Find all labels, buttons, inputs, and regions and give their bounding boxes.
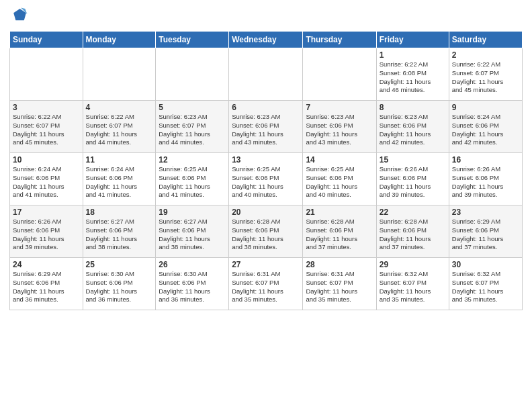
weekday-header-tuesday: Tuesday	[156, 32, 229, 48]
calendar-day-empty-3	[229, 48, 303, 101]
weekday-header-thursday: Thursday	[303, 32, 376, 48]
calendar-day-15: 15Sunrise: 6:26 AM Sunset: 6:06 PM Dayli…	[376, 153, 449, 205]
day-number: 21	[306, 208, 373, 217]
day-info: Sunrise: 6:22 AM Sunset: 6:07 PM Dayligh…	[13, 113, 80, 147]
calendar-day-empty-2	[156, 48, 229, 101]
day-number: 8	[380, 103, 446, 112]
calendar-day-empty-4	[303, 48, 376, 101]
day-info: Sunrise: 6:28 AM Sunset: 6:06 PM Dayligh…	[380, 218, 446, 252]
day-info: Sunrise: 6:27 AM Sunset: 6:06 PM Dayligh…	[159, 218, 226, 252]
day-number: 12	[159, 155, 226, 165]
calendar-day-25: 25Sunrise: 6:30 AM Sunset: 6:06 PM Dayli…	[83, 258, 156, 310]
calendar-day-17: 17Sunrise: 6:26 AM Sunset: 6:06 PM Dayli…	[10, 205, 83, 258]
calendar-week-1: 1Sunrise: 6:22 AM Sunset: 6:08 PM Daylig…	[10, 48, 523, 101]
calendar-day-8: 8Sunrise: 6:23 AM Sunset: 6:06 PM Daylig…	[376, 101, 449, 153]
day-info: Sunrise: 6:31 AM Sunset: 6:07 PM Dayligh…	[306, 270, 373, 304]
day-info: Sunrise: 6:22 AM Sunset: 6:07 PM Dayligh…	[86, 113, 153, 147]
calendar-day-5: 5Sunrise: 6:23 AM Sunset: 6:07 PM Daylig…	[156, 101, 229, 153]
calendar-day-4: 4Sunrise: 6:22 AM Sunset: 6:07 PM Daylig…	[83, 101, 156, 153]
day-info: Sunrise: 6:27 AM Sunset: 6:06 PM Dayligh…	[86, 218, 153, 252]
calendar-day-27: 27Sunrise: 6:31 AM Sunset: 6:07 PM Dayli…	[229, 258, 303, 310]
calendar-day-29: 29Sunrise: 6:32 AM Sunset: 6:07 PM Dayli…	[376, 258, 449, 310]
calendar-day-22: 22Sunrise: 6:28 AM Sunset: 6:06 PM Dayli…	[376, 205, 449, 258]
day-number: 28	[306, 260, 373, 269]
day-number: 17	[13, 208, 80, 217]
weekday-header-friday: Friday	[376, 32, 449, 48]
calendar-day-16: 16Sunrise: 6:26 AM Sunset: 6:06 PM Dayli…	[449, 153, 522, 205]
calendar-day-9: 9Sunrise: 6:24 AM Sunset: 6:06 PM Daylig…	[449, 101, 522, 153]
calendar-day-19: 19Sunrise: 6:27 AM Sunset: 6:06 PM Dayli…	[156, 205, 229, 258]
calendar-week-5: 24Sunrise: 6:29 AM Sunset: 6:06 PM Dayli…	[10, 258, 523, 310]
day-info: Sunrise: 6:31 AM Sunset: 6:07 PM Dayligh…	[232, 270, 300, 304]
day-info: Sunrise: 6:25 AM Sunset: 6:06 PM Dayligh…	[306, 165, 373, 199]
day-info: Sunrise: 6:28 AM Sunset: 6:06 PM Dayligh…	[232, 218, 300, 252]
day-info: Sunrise: 6:23 AM Sunset: 6:06 PM Dayligh…	[380, 113, 446, 147]
day-info: Sunrise: 6:26 AM Sunset: 6:06 PM Dayligh…	[452, 165, 519, 199]
day-number: 10	[13, 155, 80, 165]
calendar-day-30: 30Sunrise: 6:32 AM Sunset: 6:07 PM Dayli…	[449, 258, 522, 310]
weekday-header-wednesday: Wednesday	[229, 32, 303, 48]
day-info: Sunrise: 6:32 AM Sunset: 6:07 PM Dayligh…	[452, 270, 519, 304]
day-number: 27	[232, 260, 300, 269]
calendar-week-3: 10Sunrise: 6:24 AM Sunset: 6:06 PM Dayli…	[10, 153, 523, 205]
day-number: 2	[452, 50, 519, 60]
day-info: Sunrise: 6:29 AM Sunset: 6:06 PM Dayligh…	[13, 270, 80, 304]
day-number: 4	[86, 103, 153, 112]
day-number: 6	[232, 103, 300, 112]
calendar-day-6: 6Sunrise: 6:23 AM Sunset: 6:06 PM Daylig…	[229, 101, 303, 153]
day-info: Sunrise: 6:22 AM Sunset: 6:07 PM Dayligh…	[452, 60, 519, 95]
day-number: 11	[86, 155, 153, 165]
day-number: 20	[232, 208, 300, 217]
calendar-day-28: 28Sunrise: 6:31 AM Sunset: 6:07 PM Dayli…	[303, 258, 376, 310]
logo-icon	[9, 7, 28, 26]
calendar-day-2: 2Sunrise: 6:22 AM Sunset: 6:07 PM Daylig…	[449, 48, 522, 101]
calendar-table: SundayMondayTuesdayWednesdayThursdayFrid…	[9, 31, 523, 310]
day-number: 19	[159, 208, 226, 217]
day-number: 3	[13, 103, 80, 112]
day-number: 13	[232, 155, 300, 165]
day-info: Sunrise: 6:26 AM Sunset: 6:06 PM Dayligh…	[380, 165, 446, 199]
day-number: 15	[380, 155, 446, 165]
day-info: Sunrise: 6:24 AM Sunset: 6:06 PM Dayligh…	[452, 113, 519, 147]
day-info: Sunrise: 6:25 AM Sunset: 6:06 PM Dayligh…	[232, 165, 300, 199]
day-number: 25	[86, 260, 153, 269]
weekday-header-sunday: Sunday	[10, 32, 83, 48]
day-number: 29	[380, 260, 446, 269]
calendar-day-21: 21Sunrise: 6:28 AM Sunset: 6:06 PM Dayli…	[303, 205, 376, 258]
day-info: Sunrise: 6:26 AM Sunset: 6:06 PM Dayligh…	[13, 218, 80, 252]
page: SundayMondayTuesdayWednesdayThursdayFrid…	[0, 0, 532, 411]
day-number: 5	[159, 103, 226, 112]
day-info: Sunrise: 6:29 AM Sunset: 6:06 PM Dayligh…	[452, 218, 519, 252]
calendar-day-13: 13Sunrise: 6:25 AM Sunset: 6:06 PM Dayli…	[229, 153, 303, 205]
day-number: 18	[86, 208, 153, 217]
calendar-day-empty-0	[10, 48, 83, 101]
weekday-header-monday: Monday	[83, 32, 156, 48]
day-number: 1	[380, 50, 446, 60]
day-number: 24	[13, 260, 80, 269]
day-number: 14	[306, 155, 373, 165]
calendar-day-14: 14Sunrise: 6:25 AM Sunset: 6:06 PM Dayli…	[303, 153, 376, 205]
logo	[9, 7, 30, 26]
day-number: 30	[452, 260, 519, 269]
calendar-day-18: 18Sunrise: 6:27 AM Sunset: 6:06 PM Dayli…	[83, 205, 156, 258]
calendar-day-10: 10Sunrise: 6:24 AM Sunset: 6:06 PM Dayli…	[10, 153, 83, 205]
weekday-header-saturday: Saturday	[449, 32, 522, 48]
day-number: 26	[159, 260, 226, 269]
day-info: Sunrise: 6:22 AM Sunset: 6:08 PM Dayligh…	[380, 60, 446, 95]
day-info: Sunrise: 6:23 AM Sunset: 6:07 PM Dayligh…	[159, 113, 226, 147]
day-info: Sunrise: 6:23 AM Sunset: 6:06 PM Dayligh…	[232, 113, 300, 147]
calendar-day-12: 12Sunrise: 6:25 AM Sunset: 6:06 PM Dayli…	[156, 153, 229, 205]
day-number: 9	[452, 103, 519, 112]
calendar-day-20: 20Sunrise: 6:28 AM Sunset: 6:06 PM Dayli…	[229, 205, 303, 258]
calendar-day-empty-1	[83, 48, 156, 101]
day-info: Sunrise: 6:25 AM Sunset: 6:06 PM Dayligh…	[159, 165, 226, 199]
day-info: Sunrise: 6:24 AM Sunset: 6:06 PM Dayligh…	[86, 165, 153, 199]
day-info: Sunrise: 6:24 AM Sunset: 6:06 PM Dayligh…	[13, 165, 80, 199]
header	[9, 7, 523, 26]
calendar-week-2: 3Sunrise: 6:22 AM Sunset: 6:07 PM Daylig…	[10, 101, 523, 153]
day-number: 7	[306, 103, 373, 112]
day-number: 22	[380, 208, 446, 217]
calendar-day-24: 24Sunrise: 6:29 AM Sunset: 6:06 PM Dayli…	[10, 258, 83, 310]
day-number: 16	[452, 155, 519, 165]
day-info: Sunrise: 6:30 AM Sunset: 6:06 PM Dayligh…	[86, 270, 153, 304]
